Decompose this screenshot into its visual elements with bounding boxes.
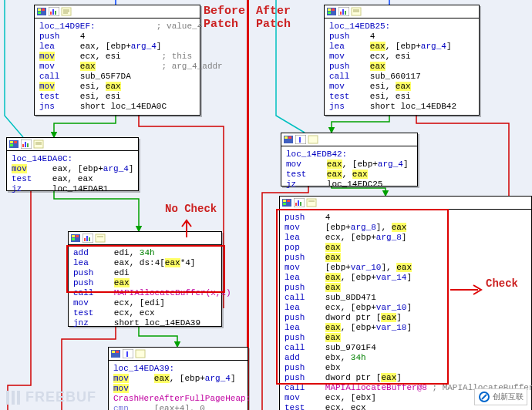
notes-icon[interactable] [351, 7, 362, 16]
chart-icon[interactable] [82, 234, 93, 243]
header-after: AfterPatch [256, 5, 291, 31]
svg-rect-65 [300, 202, 301, 206]
chart-icon[interactable] [294, 198, 305, 207]
svg-rect-28 [72, 238, 75, 240]
svg-rect-30 [84, 238, 86, 241]
left-block-4: loc_14EDA39: mov eax, [ebp+arg_4] mov Cr… [108, 347, 248, 410]
header-before: BeforePatch [204, 5, 245, 31]
notes-icon[interactable] [135, 349, 146, 358]
palette-icon[interactable] [8, 139, 19, 149]
toolbar [35, 5, 200, 18]
svg-rect-21 [27, 143, 29, 147]
svg-rect-40 [136, 350, 145, 358]
palette-icon[interactable] [110, 349, 121, 358]
svg-rect-56 [299, 137, 301, 143]
note-nocheck: No Check [165, 203, 217, 215]
svg-rect-17 [10, 144, 13, 146]
svg-rect-43 [332, 8, 335, 11]
palette-icon[interactable] [70, 234, 81, 243]
svg-rect-57 [308, 136, 318, 143]
code: loc_14EDA39: mov eax, [ebp+arg_4] mov Cr… [109, 361, 247, 410]
svg-rect-59 [283, 200, 286, 202]
svg-rect-60 [287, 200, 290, 202]
svg-rect-16 [14, 141, 17, 143]
svg-rect-66 [307, 199, 316, 207]
code: add edi, 34h lea eax, ds:4[eax*4] push e… [69, 245, 221, 333]
arrow-up-icon [179, 216, 194, 239]
watermark: FREEBUF [6, 389, 96, 405]
svg-rect-15 [10, 141, 13, 143]
left-block-1: loc_14D9EF: ; value_4 push 4 lea eax, [e… [34, 5, 200, 116]
left-block-3: add edi, 34h lea eax, ds:4[eax*4] push e… [68, 231, 222, 327]
arrow-right-icon [449, 282, 484, 297]
svg-rect-4 [42, 8, 45, 11]
badge: 创新互联 [474, 388, 527, 405]
svg-rect-27 [76, 235, 79, 237]
svg-rect-32 [89, 237, 90, 241]
svg-rect-37 [116, 351, 119, 353]
palette-icon[interactable] [283, 135, 294, 144]
chart-icon[interactable] [123, 349, 133, 358]
svg-rect-7 [50, 12, 52, 15]
notes-icon[interactable] [306, 198, 317, 207]
svg-rect-46 [340, 12, 342, 15]
code: loc_14EDB42: mov eax, [ebp+arg_4] test e… [281, 146, 417, 194]
svg-rect-63 [295, 203, 297, 206]
svg-rect-9 [55, 11, 56, 15]
notes-icon[interactable] [61, 7, 72, 16]
code: loc_14D9EF: ; value_4 push 4 lea eax, [e… [35, 18, 200, 116]
palette-icon[interactable] [36, 7, 47, 16]
chart-icon[interactable] [49, 7, 59, 16]
code: loc_14EDB25: push 4 lea eax, [ebp+arg_4]… [325, 18, 479, 116]
left-block-2: loc_14EDA0C: mov eax, [ebp+arg_4] test e… [6, 137, 139, 191]
svg-rect-3 [38, 8, 41, 11]
svg-rect-61 [283, 203, 286, 205]
palette-icon[interactable] [281, 198, 292, 207]
right-block-1: loc_14EDB25: push 4 lea eax, [ebp+arg_4]… [324, 5, 480, 116]
chart-icon[interactable] [295, 135, 306, 144]
svg-rect-47 [342, 9, 344, 15]
svg-rect-26 [72, 235, 75, 237]
svg-rect-39 [126, 351, 128, 357]
svg-rect-19 [22, 144, 24, 147]
svg-rect-64 [298, 200, 299, 206]
code: push 4 mov [ebp+arg_8], eax lea ecx, [eb… [280, 210, 531, 410]
note-check: Check [486, 277, 518, 290]
svg-rect-5 [38, 12, 41, 14]
notes-icon[interactable] [33, 139, 44, 149]
right-block-2: loc_14EDB42: mov eax, [ebp+arg_4] test e… [281, 133, 418, 187]
svg-rect-20 [25, 142, 26, 147]
svg-rect-33 [96, 234, 105, 242]
palette-icon[interactable] [326, 7, 337, 16]
code: loc_14EDA0C: mov eax, [ebp+arg_4] test e… [7, 151, 138, 199]
right-block-3: push 4 mov [ebp+arg_8], eax lea ecx, [eb… [279, 196, 532, 410]
svg-rect-53 [285, 136, 288, 139]
svg-rect-36 [112, 351, 115, 353]
chart-icon[interactable] [338, 7, 349, 16]
notes-icon[interactable] [95, 234, 106, 243]
notes-icon[interactable] [308, 135, 318, 144]
svg-rect-48 [345, 11, 346, 15]
chart-icon[interactable] [21, 139, 32, 149]
svg-rect-44 [328, 12, 331, 14]
svg-rect-8 [52, 9, 54, 15]
svg-rect-54 [288, 136, 291, 139]
svg-rect-42 [328, 8, 331, 11]
svg-rect-31 [86, 236, 88, 241]
